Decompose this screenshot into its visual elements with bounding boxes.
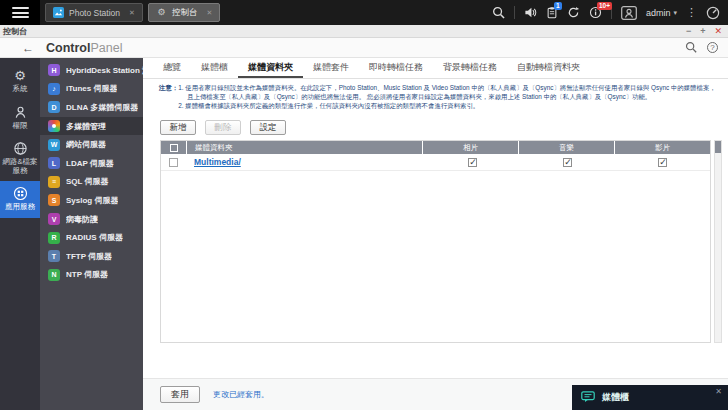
add-button[interactable]: 新增 xyxy=(160,120,196,135)
notice-item-2: 2. 媒體櫃會根據該資料夾所定義的類型進行作業，任何該資料夾內沒有被指定的類型將… xyxy=(178,102,716,111)
tab-media-folders[interactable]: 媒體資料夾 xyxy=(238,58,303,78)
sidebar-item-syslog-server[interactable]: Syslog 伺服器 xyxy=(40,191,143,210)
system-gear-icon: ⚙ xyxy=(14,68,26,83)
sidebar-item-sql-server[interactable]: SQL 伺服器 xyxy=(40,173,143,192)
apply-button[interactable]: 套用 xyxy=(160,386,200,403)
divider xyxy=(514,6,515,19)
applied-status-text: 更改已經套用。 xyxy=(213,389,269,400)
media-folders-table: 媒體資料夾 相片 音樂 影片 Multimedia/ ✓ ✓ ✓ xyxy=(160,140,722,343)
row-select-checkbox[interactable] xyxy=(169,158,178,167)
photo-station-icon xyxy=(53,7,64,18)
select-all-checkbox[interactable] xyxy=(170,144,178,152)
volume-icon[interactable] xyxy=(524,6,537,19)
search-icon[interactable] xyxy=(492,6,505,19)
ldap-icon xyxy=(48,157,60,169)
sidebar-item-itunes-server[interactable]: iTunes 伺服器 xyxy=(40,80,143,99)
sql-database-icon xyxy=(48,176,60,188)
sidebar-item-dlna-server[interactable]: DLNA 多媒體伺服器 xyxy=(40,98,143,117)
apps-grid-icon xyxy=(13,186,28,201)
table-header-row: 媒體資料夾 相片 音樂 影片 xyxy=(161,141,710,154)
app-tab-label: Photo Station xyxy=(69,8,120,18)
settings-button[interactable]: 設定 xyxy=(250,120,286,135)
notification-toast[interactable]: 媒體櫃 ✕ xyxy=(572,385,728,410)
nav-item-network-file-services[interactable]: 網路&檔案服務 xyxy=(0,136,40,181)
close-window-icon[interactable]: ✕ xyxy=(714,27,722,36)
radius-wifi-icon xyxy=(48,232,60,244)
media-folder-link[interactable]: Multimedia/ xyxy=(194,157,241,167)
maximize-icon[interactable]: + xyxy=(700,27,705,36)
column-header-photo[interactable]: 相片 xyxy=(423,141,518,154)
globe-icon xyxy=(13,141,28,156)
close-tab-icon[interactable]: ✕ xyxy=(206,9,212,17)
antivirus-icon xyxy=(48,213,60,225)
sidebar-item-antivirus[interactable]: 病毒防護 xyxy=(40,210,143,229)
control-panel-header: ← ControlPanel ? xyxy=(0,38,728,58)
column-header-music[interactable]: 音樂 xyxy=(519,141,614,154)
table-scrollbar[interactable] xyxy=(714,140,722,343)
tab-media-packages[interactable]: 媒體套件 xyxy=(303,58,359,78)
delete-button[interactable]: 刪除 xyxy=(205,120,241,135)
notice-text: 注意： 1. 使用者家目錄預設並未作為媒體資料夾。在此設定下，Photo Sta… xyxy=(159,84,716,110)
column-header-video[interactable]: 影片 xyxy=(615,141,710,154)
tftp-icon xyxy=(48,250,60,262)
column-header-folder[interactable]: 媒體資料夾 xyxy=(187,141,422,154)
sidebar-item-tftp-server[interactable]: TFTP 伺服器 xyxy=(40,247,143,266)
minimize-icon[interactable]: − xyxy=(686,27,691,36)
sidebar-item-ldap-server[interactable]: LDAP 伺服器 xyxy=(40,154,143,173)
app-tab-control-panel[interactable]: ⚙ 控制台 ✕ xyxy=(148,3,220,22)
sidebar-item-ntp-server[interactable]: NTP 伺服器 xyxy=(40,266,143,285)
sidebar-item-radius-server[interactable]: RADIUS 伺服器 xyxy=(40,228,143,247)
person-icon xyxy=(13,105,28,120)
ntp-clock-icon xyxy=(48,269,60,281)
info-icon[interactable]: 10+ xyxy=(589,6,602,19)
tab-on-the-fly-transcoding[interactable]: 即時轉檔任務 xyxy=(359,58,433,78)
music-checkbox[interactable]: ✓ xyxy=(563,158,572,167)
select-all-cell[interactable] xyxy=(161,141,186,154)
table-row: Multimedia/ ✓ ✓ ✓ xyxy=(161,154,710,171)
background-tasks-icon[interactable] xyxy=(567,6,580,19)
notice-item-1: 1. 使用者家目錄預設並未作為媒體資料夾。在此設定下，Photo Station… xyxy=(178,84,716,102)
multimedia-wheel-icon xyxy=(48,120,60,132)
tab-overview[interactable]: 總覽 xyxy=(153,58,191,78)
category-nav-rail: ⚙ 系統 權限 網路&檔案服務 應用服務 xyxy=(0,58,40,410)
desktop-top-bar: Photo Station ✕ ⚙ 控制台 ✕ 1 10+ admin xyxy=(0,0,728,25)
user-menu[interactable]: admin ▾ xyxy=(646,8,677,18)
control-panel-gear-icon: ⚙ xyxy=(156,7,167,18)
hybriddesk-icon xyxy=(48,64,60,76)
notifications-clipboard-icon[interactable]: 1 xyxy=(546,6,558,19)
info-badge: 10+ xyxy=(597,2,612,10)
multimedia-management-panel: 總覽 媒體櫃 媒體資料夾 媒體套件 即時轉檔任務 背景轉檔任務 自動轉檔資料夾 … xyxy=(143,58,728,410)
back-arrow-icon[interactable]: ← xyxy=(22,42,34,54)
nav-item-privilege[interactable]: 權限 xyxy=(0,100,40,137)
help-icon[interactable]: ? xyxy=(707,42,718,53)
hamburger-menu-icon[interactable] xyxy=(12,7,29,18)
header-search-icon[interactable] xyxy=(685,39,697,57)
tab-media-library[interactable]: 媒體櫃 xyxy=(191,58,238,78)
sidebar-item-multimedia-management[interactable]: 多媒體管理 xyxy=(40,117,143,136)
sidebar-item-hybriddesk-station[interactable]: HybridDesk Station 混合.. xyxy=(40,61,143,80)
tab-auto-transcoding-folders[interactable]: 自動轉檔資料夾 xyxy=(507,58,590,78)
window-title-bar[interactable]: 控制台 − + ✕ xyxy=(0,25,728,38)
tab-background-transcoding[interactable]: 背景轉檔任務 xyxy=(433,58,507,78)
sidebar-item-web-server[interactable]: 網站伺服器 xyxy=(40,135,143,154)
message-bubble-icon xyxy=(581,389,595,407)
clipboard-badge: 1 xyxy=(554,2,562,10)
chevron-down-icon: ▾ xyxy=(673,9,677,17)
user-name: admin xyxy=(646,8,671,18)
close-tab-icon[interactable]: ✕ xyxy=(129,9,135,17)
web-server-icon xyxy=(48,139,60,151)
syslog-icon xyxy=(48,194,60,206)
itunes-icon xyxy=(48,83,60,95)
photo-checkbox[interactable]: ✓ xyxy=(468,158,477,167)
user-avatar-icon[interactable] xyxy=(621,6,637,20)
notification-title: 媒體櫃 xyxy=(602,391,629,404)
more-options-icon[interactable]: ⋮ xyxy=(686,7,697,18)
app-tab-photo-station[interactable]: Photo Station ✕ xyxy=(45,3,143,22)
nav-item-applications[interactable]: 應用服務 xyxy=(0,181,40,218)
video-checkbox[interactable]: ✓ xyxy=(658,158,667,167)
dashboard-gauge-icon[interactable] xyxy=(706,6,720,20)
close-notification-icon[interactable]: ✕ xyxy=(715,387,722,396)
app-tab-label: 控制台 xyxy=(172,7,198,19)
main-menu-block[interactable] xyxy=(0,0,40,25)
nav-item-system[interactable]: ⚙ 系統 xyxy=(0,63,40,100)
